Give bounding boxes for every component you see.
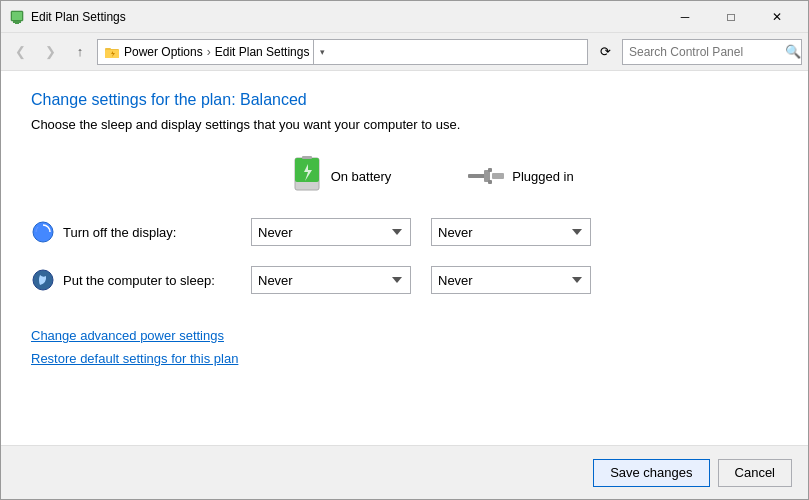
display-label-text: Turn off the display: xyxy=(63,225,176,240)
address-box: Power Options › Edit Plan Settings ▾ xyxy=(97,39,588,65)
plan-subtitle: Choose the sleep and display settings th… xyxy=(31,117,778,132)
svg-rect-1 xyxy=(12,12,22,20)
svg-rect-14 xyxy=(492,173,504,179)
display-plugged-cell: Never 1 minute2 minutes3 minutes 5 minut… xyxy=(431,208,611,256)
sleep-battery-cell: Never 1 minute2 minutes3 minutes 5 minut… xyxy=(251,256,431,304)
plugged-column-header: Plugged in xyxy=(431,156,611,208)
sleep-icon xyxy=(31,268,55,292)
window-title: Edit Plan Settings xyxy=(31,10,662,24)
back-button[interactable]: ❮ xyxy=(7,39,33,65)
up-button[interactable]: ↑ xyxy=(67,39,93,65)
advanced-power-settings-link[interactable]: Change advanced power settings xyxy=(31,328,778,343)
sleep-plugged-cell: Never 1 minute2 minutes3 minutes 5 minut… xyxy=(431,256,611,304)
display-plugged-dropdown[interactable]: Never 1 minute2 minutes3 minutes 5 minut… xyxy=(431,218,591,246)
forward-button[interactable]: ❯ xyxy=(37,39,63,65)
battery-label: On battery xyxy=(331,169,392,184)
maximize-button[interactable]: □ xyxy=(708,1,754,33)
content-area: Change settings for the plan: Balanced C… xyxy=(1,71,808,445)
folder-icon xyxy=(104,44,120,60)
search-box: 🔍 xyxy=(622,39,802,65)
battery-icon xyxy=(291,156,323,196)
plug-icon xyxy=(468,166,504,186)
window-controls: ─ □ ✕ xyxy=(662,1,800,33)
search-input[interactable] xyxy=(623,45,785,59)
close-button[interactable]: ✕ xyxy=(754,1,800,33)
plugged-label: Plugged in xyxy=(512,169,573,184)
crumb-power-options[interactable]: Power Options xyxy=(124,45,203,59)
svg-rect-12 xyxy=(488,168,492,172)
minimize-button[interactable]: ─ xyxy=(662,1,708,33)
restore-defaults-link[interactable]: Restore default settings for this plan xyxy=(31,351,778,366)
sleep-plugged-dropdown[interactable]: Never 1 minute2 minutes3 minutes 5 minut… xyxy=(431,266,591,294)
sleep-battery-dropdown[interactable]: Never 1 minute2 minutes3 minutes 5 minut… xyxy=(251,266,411,294)
display-row-label: Turn off the display: xyxy=(31,208,251,256)
svg-rect-2 xyxy=(13,21,21,23)
address-bar: ❮ ❯ ↑ Power Options › Edit Plan Settings… xyxy=(1,33,808,71)
sleep-label-text: Put the computer to sleep: xyxy=(63,273,215,288)
monitor-icon xyxy=(31,220,55,244)
display-battery-dropdown[interactable]: Never 1 minute2 minutes3 minutes 5 minut… xyxy=(251,218,411,246)
links-section: Change advanced power settings Restore d… xyxy=(31,328,778,366)
sleep-row-label: Put the computer to sleep: xyxy=(31,256,251,304)
address-dropdown-button[interactable]: ▾ xyxy=(313,39,331,65)
display-battery-cell: Never 1 minute2 minutes3 minutes 5 minut… xyxy=(251,208,431,256)
crumb-edit-plan: Edit Plan Settings xyxy=(215,45,310,59)
svg-rect-10 xyxy=(468,174,486,178)
settings-grid: On battery Plugged in xyxy=(31,156,778,304)
cancel-button[interactable]: Cancel xyxy=(718,459,792,487)
refresh-button[interactable]: ⟳ xyxy=(592,39,618,65)
svg-rect-9 xyxy=(302,156,312,159)
battery-column-header: On battery xyxy=(251,156,431,208)
search-button[interactable]: 🔍 xyxy=(785,39,801,65)
title-bar: Edit Plan Settings ─ □ ✕ xyxy=(1,1,808,33)
svg-rect-13 xyxy=(488,180,492,184)
breadcrumb: Power Options › Edit Plan Settings xyxy=(124,45,309,59)
footer: Save changes Cancel xyxy=(1,445,808,499)
main-window: Edit Plan Settings ─ □ ✕ ❮ ❯ ↑ Power Opt… xyxy=(0,0,809,500)
window-icon xyxy=(9,9,25,25)
svg-rect-3 xyxy=(15,23,19,24)
plan-title: Change settings for the plan: Balanced xyxy=(31,91,778,109)
empty-header xyxy=(31,156,251,208)
save-button[interactable]: Save changes xyxy=(593,459,709,487)
